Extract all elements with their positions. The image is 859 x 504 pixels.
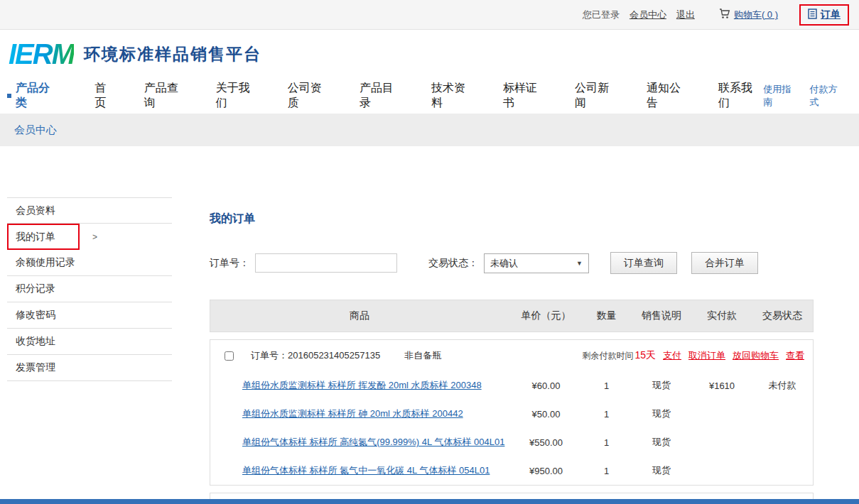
- view-order-link[interactable]: 查看: [786, 349, 804, 362]
- item-price: ¥550.00: [509, 437, 583, 448]
- nav-user-guide[interactable]: 使用指南: [763, 83, 799, 109]
- order-number: 订单号：201605231405257135: [251, 349, 380, 362]
- member-center-link[interactable]: 会员中心: [630, 9, 666, 21]
- nav-item-announcements[interactable]: 通知公告: [647, 81, 691, 111]
- col-header-quantity: 数量: [583, 309, 630, 322]
- item-quantity: 1: [583, 437, 630, 448]
- nav-item-contact-us[interactable]: 联系我们: [718, 81, 763, 111]
- product-link[interactable]: 单组份水质监测标样 标样所 挥发酚 20ml 水质标样 200348: [242, 380, 482, 390]
- nav-item-about-us[interactable]: 关于我们: [216, 81, 261, 111]
- order-no-input[interactable]: [255, 253, 397, 273]
- sidebar-item-label: 我的订单: [16, 231, 55, 243]
- sidebar-item-label: 会员资料: [16, 204, 55, 217]
- chevron-right-icon: >: [92, 232, 97, 242]
- breadcrumb: 会员中心: [14, 124, 57, 137]
- order-group: 订单号：201605231405257135 非自备瓶 剩余付款时间15天 支付…: [210, 339, 814, 486]
- login-status: 您已登录: [583, 9, 620, 21]
- order-group-header: 订单号：201605231405257135 非自备瓶 剩余付款时间15天 支付…: [210, 340, 813, 371]
- nav-item-company-news[interactable]: 公司新闻: [575, 81, 620, 111]
- topbar: 您已登录 会员中心 退出 购物车( 0 ) 订单: [0, 0, 859, 30]
- col-header-amount-paid: 实付款: [693, 309, 750, 322]
- footer-band: [0, 499, 859, 504]
- item-stock-status: 现货: [630, 379, 693, 392]
- main-nav: 产品分类 首页 产品查询 关于我们 公司资质 产品目录 技术资料 标样证书 公司…: [0, 78, 859, 114]
- product-link[interactable]: 单组份气体标样 标样所 氮气中一氧化碳 4L 气体标样 054L01: [242, 465, 490, 476]
- orders-highlight-box: 订单: [799, 4, 849, 26]
- site-logo: IERM: [9, 38, 74, 70]
- site-header: IERM 环境标准样品销售平台: [0, 30, 859, 78]
- sidebar-item-points-history[interactable]: 积分记录: [7, 276, 172, 302]
- order-item-row: 单组份水质监测标样 标样所 砷 20ml 水质标样 200442 ¥50.00 …: [210, 400, 813, 428]
- content: 会员资料 我的订单 > 余额使用记录 积分记录 修改密码 收货地址 发票管理 我…: [0, 146, 859, 504]
- cart-icon: [719, 9, 730, 21]
- sidebar-item-label: 余额使用记录: [16, 256, 75, 269]
- orders-table-header: 商品 单价（元） 数量 销售说明 实付款 交易状态: [210, 300, 814, 332]
- order-no-label: 订单号：: [210, 257, 249, 270]
- nav-product-category[interactable]: 产品分类: [7, 81, 60, 111]
- trade-status-label: 交易状态：: [428, 257, 478, 270]
- col-header-sales-note: 销售说明: [630, 309, 693, 322]
- product-link[interactable]: 单组份水质监测标样 标样所 砷 20ml 水质标样 200442: [242, 408, 463, 419]
- trade-status-value: 未确认: [490, 257, 518, 270]
- order-filter: 订单号： 交易状态： 未确认 ▼ 订单查询 合并订单: [210, 252, 814, 274]
- order-select-checkbox[interactable]: [225, 351, 234, 361]
- nav-item-home[interactable]: 首页: [94, 81, 117, 111]
- breadcrumb-band: 会员中心: [0, 114, 859, 146]
- nav-product-category-label: 产品分类: [16, 81, 60, 111]
- item-price: ¥60.00: [509, 380, 583, 391]
- payment-countdown-value: 15天: [634, 349, 656, 361]
- bottle-note: 非自备瓶: [404, 349, 441, 362]
- product-link[interactable]: 单组份气体标样 标样所 高纯氮气(99.999%) 4L 气体标样 004L01: [242, 437, 504, 447]
- nav-item-technical-info[interactable]: 技术资料: [431, 81, 476, 111]
- square-bullet-icon: [7, 94, 11, 98]
- item-quantity: 1: [583, 380, 630, 391]
- page-title: 我的订单: [210, 212, 814, 226]
- merge-orders-button[interactable]: 合并订单: [691, 252, 758, 274]
- item-stock-status: 现货: [630, 464, 693, 477]
- main-panel: 我的订单 订单号： 交易状态： 未确认 ▼ 订单查询 合并订单 商品 单价（元）…: [210, 197, 814, 504]
- sidebar-item-balance-history[interactable]: 余额使用记录: [7, 250, 172, 276]
- col-header-unit-price: 单价（元）: [509, 309, 583, 322]
- nav-right-links: 使用指南 付款方式: [763, 83, 846, 109]
- cart-link[interactable]: 购物车( 0 ): [719, 9, 778, 21]
- cart-link-label[interactable]: 购物车( 0 ): [734, 9, 778, 21]
- sidebar-item-label: 积分记录: [16, 283, 55, 295]
- item-quantity: 1: [583, 409, 630, 420]
- item-price: ¥50.00: [509, 409, 583, 420]
- sidebar-item-label: 发票管理: [16, 361, 55, 374]
- item-stock-status: 现货: [630, 436, 693, 449]
- sidebar-item-my-orders[interactable]: 我的订单 >: [7, 224, 80, 250]
- logout-link[interactable]: 退出: [676, 9, 695, 21]
- item-trade-status: 未付款: [750, 379, 814, 392]
- item-amount-paid: ¥1610: [693, 380, 750, 391]
- nav-item-sample-certificate[interactable]: 标样证书: [503, 81, 548, 111]
- item-quantity: 1: [583, 466, 630, 476]
- member-sidebar: 会员资料 我的订单 > 余额使用记录 积分记录 修改密码 收货地址 发票管理: [7, 197, 172, 381]
- return-to-cart-link[interactable]: 放回购物车: [733, 349, 779, 362]
- order-search-button[interactable]: 订单查询: [610, 252, 677, 274]
- order-actions: 剩余付款时间15天 支付 取消订单 放回购物车 查看: [582, 349, 804, 362]
- nav-item-product-search[interactable]: 产品查询: [144, 81, 189, 111]
- sidebar-item-label: 修改密码: [16, 309, 55, 322]
- col-header-trade-status: 交易状态: [750, 309, 814, 322]
- sidebar-item-shipping-address[interactable]: 收货地址: [7, 329, 172, 355]
- sidebar-item-label: 收货地址: [16, 335, 55, 348]
- col-header-product: 商品: [210, 309, 509, 322]
- order-item-row: 单组份气体标样 标样所 高纯氮气(99.999%) 4L 气体标样 004L01…: [210, 428, 813, 456]
- orders-icon: [808, 9, 817, 21]
- nav-item-product-catalog[interactable]: 产品目录: [360, 81, 404, 111]
- site-title: 环境标准样品销售平台: [84, 43, 261, 65]
- item-price: ¥950.00: [509, 466, 583, 476]
- sidebar-item-invoice-management[interactable]: 发票管理: [7, 355, 172, 381]
- orders-link[interactable]: 订单: [821, 9, 841, 21]
- sidebar-item-change-password[interactable]: 修改密码: [7, 302, 172, 329]
- cancel-order-link[interactable]: 取消订单: [688, 349, 725, 362]
- nav-payment-method[interactable]: 付款方式: [810, 83, 846, 109]
- trade-status-select[interactable]: 未确认 ▼: [484, 253, 589, 273]
- sidebar-item-member-profile[interactable]: 会员资料: [7, 197, 172, 224]
- order-item-row: 单组份气体标样 标样所 氮气中一氧化碳 4L 气体标样 054L01 ¥950.…: [210, 456, 813, 485]
- nav-items: 首页 产品查询 关于我们 公司资质 产品目录 技术资料 标样证书 公司新闻 通知…: [94, 81, 763, 111]
- pay-link[interactable]: 支付: [663, 349, 681, 362]
- nav-item-company-qualification[interactable]: 公司资质: [288, 81, 333, 111]
- item-stock-status: 现货: [630, 407, 693, 420]
